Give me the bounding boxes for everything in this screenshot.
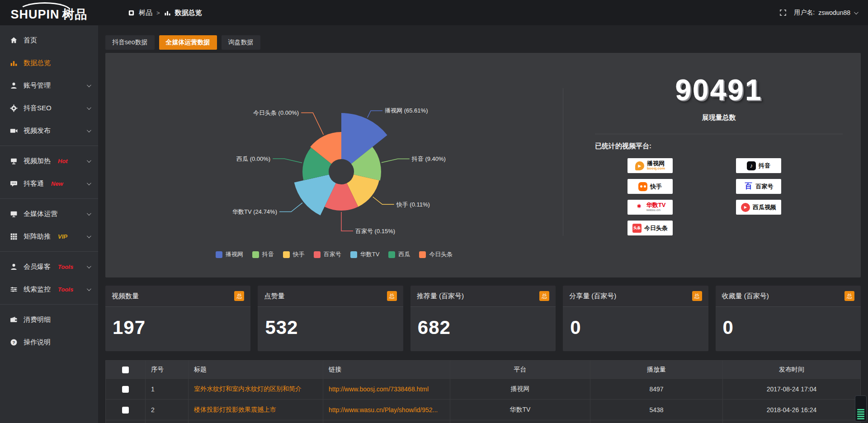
breadcrumb-root[interactable]: 树品 (139, 9, 152, 17)
card-header: 推荐量 (百家号)总 (410, 286, 556, 307)
legend-label: 播视网 (226, 250, 243, 258)
sidebar-item-data-overview[interactable]: 数据总览 (0, 52, 98, 74)
cell-platform: 播视网 (450, 379, 590, 400)
card-label: 分享量 (百家号) (569, 292, 616, 301)
total-impressions-value: 90491 (595, 75, 843, 104)
breadcrumb-root-icon (128, 9, 135, 16)
cell-link[interactable]: http://www.wasu.cn/Play/show/id/952... (323, 400, 450, 420)
total-badge: 总 (692, 291, 702, 301)
stat-cards: 视频数量总197点赞量总532推荐量 (百家号)总682分享量 (百家号)总0收… (105, 286, 861, 351)
logo-arc (18, 2, 71, 11)
cell-title[interactable]: 室外水纹灯和室内水纹灯的区别和简介 (189, 379, 323, 400)
pie-slice-washutv[interactable] (294, 174, 336, 215)
widget-bar (857, 416, 864, 417)
chevron-down-icon (854, 10, 859, 14)
platform-name: 播视网boosj.com (647, 160, 665, 170)
card-value: 0 (563, 307, 708, 338)
pie-label-line-washutv (279, 203, 302, 212)
grid-icon (10, 233, 18, 240)
column-header: 链接 (323, 361, 450, 379)
row-checkbox[interactable] (122, 386, 129, 393)
widget-bar (857, 414, 864, 415)
douyin-logo-icon: ♪ (747, 161, 756, 170)
sidebar-item-label: 账号管理 (24, 81, 51, 90)
member-icon (10, 263, 18, 271)
cell-no: 1 (146, 379, 189, 400)
select-all-cell (106, 361, 146, 379)
cell-link[interactable]: http://www.boosj.com/7338468.html (323, 379, 450, 400)
legend-item-kuaishou[interactable]: 快手 (283, 250, 305, 258)
card-header: 点赞量总 (258, 286, 403, 307)
sidebar-item-matrix-boost[interactable]: 矩阵助推VIP (0, 225, 98, 248)
topbar-right: 用户名: zswodun88 (779, 9, 868, 17)
row-select-cell (106, 379, 146, 400)
wallet-icon (10, 316, 18, 324)
stat-card-video-count: 视频数量总197 (105, 286, 250, 351)
sidebar-item-operation-guide[interactable]: ?操作说明 (0, 331, 98, 353)
legend-marker (314, 251, 321, 258)
sidebar-item-label: 数据总览 (24, 59, 51, 67)
sidebar-item-video-heat[interactable]: 视频加热Hot (0, 150, 98, 172)
sidebar-item-home[interactable]: 首页 (0, 29, 98, 52)
sidebar-divider (0, 251, 98, 252)
sidebar-item-label: 抖音SEO (24, 104, 52, 113)
platform-name: 快手 (650, 183, 662, 190)
breadcrumb-current[interactable]: 数据总览 (175, 9, 202, 17)
tab-inquiry-data[interactable]: 询盘数据 (222, 35, 260, 50)
row-checkbox[interactable] (122, 407, 129, 414)
summary-panel: 90491 展现量总数 已统计的视频平台: ▶播视网boosj.com♪抖音快手… (563, 53, 861, 277)
gear-icon (10, 104, 18, 112)
tab-media-operation-data[interactable]: 全媒体运营数据 (159, 35, 217, 50)
legend-item-baijiahao[interactable]: 百家号 (314, 250, 341, 258)
sidebar-item-video-publish[interactable]: 视频发布 (0, 119, 98, 142)
table-row-partial (106, 420, 861, 423)
fullscreen-icon[interactable] (779, 9, 787, 16)
table-header-row: 序号标题链接平台播放量发布时间 (106, 361, 861, 379)
chevron-down-icon (87, 83, 91, 87)
floating-widget[interactable] (855, 395, 867, 422)
tab-douyin-seo-data[interactable]: 抖音seo数据 (105, 35, 155, 50)
username: zswodun88 (818, 9, 850, 16)
legend-item-xigua[interactable]: 西瓜 (388, 250, 410, 258)
cell-title[interactable]: 楼体投影灯投影效果震撼上市 (189, 400, 323, 420)
total-badge: 总 (234, 291, 244, 301)
column-header: 序号 (146, 361, 189, 379)
widget-bar (857, 409, 864, 410)
platform-badge-toutiao: 头条今日头条 (627, 221, 673, 235)
breadcrumb: 树品 > 数据总览 (128, 9, 202, 17)
sidebar-item-member-baoke[interactable]: 会员爆客Tools (0, 255, 98, 278)
sidebar-item-media-operation[interactable]: 全媒体运营 (0, 202, 98, 225)
select-all-checkbox[interactable] (122, 367, 129, 373)
svg-text:?: ? (13, 339, 15, 344)
legend-marker (283, 251, 290, 258)
baijiahao-logo-icon: 百 (744, 182, 753, 191)
sidebar-item-label: 视频发布 (24, 127, 51, 135)
legend-item-boshiwang[interactable]: 播视网 (216, 250, 243, 258)
app-logo[interactable]: SHUPIN树品 (0, 0, 98, 25)
sidebar-item-douketong[interactable]: 抖客通New (0, 172, 98, 195)
stat-card-share-count: 分享量 (百家号)总0 (563, 286, 708, 351)
column-header: 播放量 (590, 361, 723, 379)
sidebar-item-clue-monitor[interactable]: 线索监控Tools (0, 278, 98, 301)
sidebar-item-consumption-detail[interactable]: 消费明细 (0, 308, 98, 331)
platform-badge-baijiahao: 百百家号 (736, 179, 781, 194)
card-header: 分享量 (百家号)总 (563, 286, 708, 307)
sidebar-item-label: 首页 (24, 36, 37, 45)
legend-item-washutv[interactable]: 华数TV (350, 250, 380, 258)
sidebar-item-account-manage[interactable]: 账号管理 (0, 74, 98, 97)
legend-item-toutiao[interactable]: 今日头条 (419, 250, 453, 258)
stat-card-like-count: 点赞量总532 (258, 286, 403, 351)
cell-views: 8497 (590, 379, 723, 400)
legend-marker (419, 251, 426, 258)
pie-label-xigua: 西瓜 (0.00%) (236, 155, 270, 162)
pie-label-baijiahao: 百家号 (0.15%) (355, 228, 395, 235)
cell-no: 2 (146, 400, 189, 420)
table-panel: 序号标题链接平台播放量发布时间1室外水纹灯和室内水纹灯的区别和简介http://… (105, 360, 861, 423)
legend-item-douyin[interactable]: 抖音 (252, 250, 274, 258)
platform-subtitle: boosj.com (647, 167, 665, 170)
sidebar-badge-douketong: New (51, 180, 63, 187)
legend-marker (388, 251, 395, 258)
sidebar-item-douyin-seo[interactable]: 抖音SEO (0, 97, 98, 119)
legend-marker (216, 251, 222, 258)
user-menu[interactable]: 用户名: zswodun88 (794, 9, 857, 17)
